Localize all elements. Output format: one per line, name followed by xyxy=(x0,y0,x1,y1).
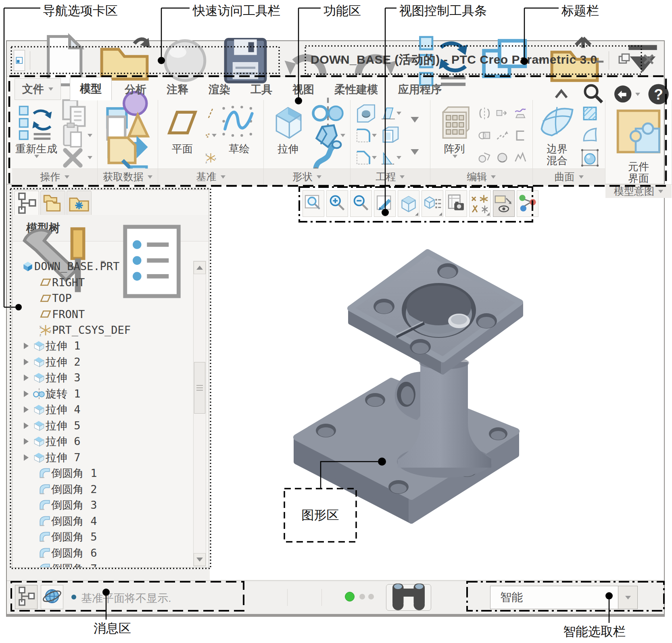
expander-icon[interactable] xyxy=(24,438,29,445)
new-document-button[interactable] xyxy=(35,51,93,70)
expander-icon[interactable] xyxy=(24,359,29,365)
expander-icon[interactable] xyxy=(24,375,29,381)
group-label-工程[interactable]: 工程 xyxy=(351,169,430,185)
annotation-display-button[interactable] xyxy=(493,190,515,217)
freestyle-button[interactable] xyxy=(580,148,600,168)
expander-icon[interactable] xyxy=(24,454,29,461)
tree-item[interactable]: FRONT xyxy=(13,306,192,323)
tree-item[interactable]: 拉伸 3 xyxy=(13,370,192,386)
shrinkwrap-button[interactable] xyxy=(102,148,153,168)
group-label-模型意图[interactable]: 模型意图 xyxy=(605,184,672,198)
search-button[interactable] xyxy=(580,81,607,108)
round-button[interactable] xyxy=(355,125,377,146)
find-button[interactable] xyxy=(386,584,431,611)
trim-button[interactable] xyxy=(477,148,492,168)
paste-clipboard-button[interactable] xyxy=(59,125,92,146)
tab-注释[interactable]: 注释 xyxy=(159,79,196,100)
expander-icon[interactable] xyxy=(24,422,29,429)
tree-item[interactable]: 倒圆角 7 xyxy=(13,561,192,568)
component-interface-button[interactable]: 元件界面 xyxy=(610,103,667,184)
boundary-blend-button[interactable]: 边界混合 xyxy=(538,103,576,166)
tree-item[interactable]: 旋转 1 xyxy=(13,386,192,402)
merge-button[interactable] xyxy=(477,125,492,146)
tab-模型[interactable]: 模型 xyxy=(70,77,112,100)
tree-item[interactable]: 拉伸 7 xyxy=(13,449,192,466)
tab-渲染[interactable]: 渲染 xyxy=(201,79,238,100)
solidify-button[interactable] xyxy=(495,148,509,168)
smart-select-dropdown-button[interactable] xyxy=(618,586,638,609)
group-label-基准[interactable]: 基准 xyxy=(158,169,263,185)
datum-axis-button[interactable] xyxy=(205,103,217,123)
tree-item[interactable]: 拉伸 4 xyxy=(13,402,192,418)
swept-blend-button[interactable] xyxy=(311,148,345,168)
datum-display-button[interactable] xyxy=(469,190,491,217)
tree-item[interactable]: TOP xyxy=(13,290,192,306)
nav-area-toggle-button[interactable] xyxy=(15,585,38,609)
tab-工具[interactable]: 工具 xyxy=(243,79,280,100)
save-button[interactable] xyxy=(216,51,275,70)
wrap-button[interactable] xyxy=(513,125,528,146)
browser-toggle-button[interactable] xyxy=(41,585,63,609)
extrude-button[interactable]: 拉伸 xyxy=(269,103,307,155)
tree-item[interactable]: 倒圆角 1 xyxy=(13,466,192,482)
saved-orientations-button[interactable] xyxy=(422,190,443,217)
tree-item[interactable]: 拉伸 1 xyxy=(13,338,192,354)
draft-button[interactable] xyxy=(380,103,401,123)
appearance-gallery-button[interactable] xyxy=(517,190,538,217)
repaint-button[interactable] xyxy=(374,190,396,217)
win-close-button[interactable] xyxy=(641,52,657,67)
expander-icon[interactable] xyxy=(24,391,29,397)
win-restore-button[interactable] xyxy=(616,52,632,67)
rib-button[interactable] xyxy=(380,148,401,168)
sketch-button[interactable]: 草绘 xyxy=(220,103,259,155)
folder-browser-tab[interactable] xyxy=(40,191,65,215)
model-tree-tab[interactable] xyxy=(14,191,39,215)
group-label-操作[interactable]: 操作 xyxy=(12,169,97,185)
tree-item[interactable]: 倒圆角 3 xyxy=(13,497,192,514)
tab-视图[interactable]: 视图 xyxy=(285,79,321,100)
hole-button[interactable] xyxy=(355,103,377,123)
tree-item[interactable]: yzxPRT_CSYS_DEF xyxy=(13,322,192,338)
scrollbar-thumb[interactable] xyxy=(194,362,205,414)
tree-item[interactable]: DOWN_BASE.PRT xyxy=(13,258,192,275)
group-label-曲面[interactable]: 曲面 xyxy=(533,169,605,185)
copy-docs-button[interactable] xyxy=(59,103,92,123)
regenerate-button[interactable]: 重新生成 xyxy=(17,103,56,158)
scroll-down-button[interactable] xyxy=(194,553,206,566)
tree-item[interactable]: 拉伸 6 xyxy=(13,434,192,450)
flyout-arrow-button[interactable] xyxy=(405,142,425,162)
section-button[interactable] xyxy=(513,148,528,168)
connect-sphere-button[interactable] xyxy=(156,51,214,70)
refit-button[interactable] xyxy=(303,190,324,217)
shell-button[interactable] xyxy=(380,125,401,146)
help-button[interactable]: ? xyxy=(645,81,672,108)
group-label-编辑[interactable]: 编辑 xyxy=(430,169,532,185)
chamfer-button[interactable] xyxy=(355,148,377,168)
expander-icon[interactable] xyxy=(24,343,29,349)
revolve-button[interactable] xyxy=(311,103,345,123)
offset-button[interactable] xyxy=(513,103,528,123)
tree-item[interactable]: 拉伸 5 xyxy=(13,418,192,434)
tab-柔性建模[interactable]: 柔性建模 xyxy=(327,79,385,100)
tab-文件[interactable]: 文件 xyxy=(15,78,61,100)
expander-icon[interactable] xyxy=(24,406,29,413)
open-folder-button[interactable] xyxy=(95,51,154,70)
collapse-chevron-button[interactable] xyxy=(548,81,575,108)
datum-plane-button[interactable]: 平面 xyxy=(163,103,202,155)
display-style-button[interactable] xyxy=(398,190,419,217)
tree-item[interactable]: RIGHT xyxy=(13,275,192,291)
smart-select-combobox[interactable]: 智能 xyxy=(490,586,618,609)
style-surface-button[interactable] xyxy=(580,125,600,146)
extend-button[interactable] xyxy=(495,103,509,123)
view-manager-button[interactable] xyxy=(445,190,467,217)
delete-x-button[interactable] xyxy=(59,148,92,168)
group-label-获取数据[interactable]: 获取数据 xyxy=(98,169,158,185)
favorites-tab[interactable] xyxy=(67,191,92,215)
win-minimize-button[interactable] xyxy=(592,52,608,67)
tree-item[interactable]: 倒圆角 2 xyxy=(13,481,192,497)
flyout-arrow-button[interactable] xyxy=(405,109,425,129)
datum-point-button[interactable] xyxy=(205,125,217,146)
tree-item[interactable]: 拉伸 2 xyxy=(13,354,192,370)
group-label-形状[interactable]: 形状 xyxy=(264,169,350,185)
tree-item[interactable]: 倒圆角 5 xyxy=(13,529,192,545)
